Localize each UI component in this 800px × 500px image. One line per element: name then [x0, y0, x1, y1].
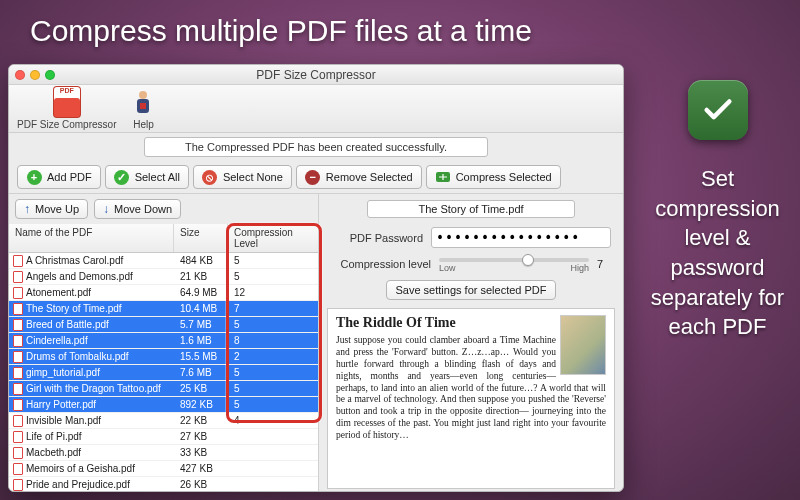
table-row[interactable]: Pride and Prejudice.pdf26 KB	[9, 477, 318, 492]
cell-size: 21 KB	[174, 271, 228, 282]
move-down-button[interactable]: ↓ Move Down	[94, 199, 181, 219]
table-row[interactable]: Atonement.pdf64.9 MB12	[9, 285, 318, 301]
plus-icon: +	[26, 169, 42, 185]
toolbar-app-item[interactable]: PDF Size Compressor	[17, 87, 116, 130]
minus-icon: −	[305, 169, 321, 185]
svg-rect-2	[140, 103, 146, 109]
select-none-label: Select None	[223, 171, 283, 183]
marketing-headline: Compress multiple PDF files at a time	[0, 0, 800, 58]
cell-level: 5	[228, 255, 318, 266]
cell-size: 15.5 MB	[174, 351, 228, 362]
save-settings-button[interactable]: Save settings for selected PDF	[386, 280, 555, 300]
cell-name: The Story of Time.pdf	[26, 303, 122, 314]
cell-level: 12	[228, 287, 318, 298]
cell-size: 27 KB	[174, 431, 228, 442]
cell-size: 22 KB	[174, 415, 228, 426]
prohibit-icon: ⦸	[202, 169, 218, 185]
password-input[interactable]	[431, 227, 611, 248]
pdf-file-icon	[13, 367, 23, 379]
window-titlebar: PDF Size Compressor	[9, 65, 623, 85]
arrow-up-icon: ↑	[24, 203, 30, 215]
check-icon: ✓	[114, 169, 130, 185]
app-window: PDF Size Compressor PDF Size Compressor …	[8, 64, 624, 492]
compress-selected-button[interactable]: Compress Selected	[426, 165, 561, 189]
compression-level-value: 7	[597, 258, 611, 270]
status-row: The Compressed PDF has been created succ…	[9, 133, 623, 161]
cell-name: Invisible Man.pdf	[26, 415, 101, 426]
cell-name: Harry Potter.pdf	[26, 399, 96, 410]
table-row[interactable]: Harry Potter.pdf892 KB5	[9, 397, 318, 413]
cell-level: 5	[228, 367, 318, 378]
pdf-app-icon	[54, 87, 80, 117]
table-row[interactable]: The Story of Time.pdf10.4 MB7	[9, 301, 318, 317]
table-row[interactable]: Breed of Battle.pdf5.7 MB5	[9, 317, 318, 333]
cell-size: 33 KB	[174, 447, 228, 458]
table-row[interactable]: Drums of Tombalku.pdf15.5 MB2	[9, 349, 318, 365]
slider-high-label: High	[570, 263, 589, 273]
col-header-size[interactable]: Size	[174, 224, 228, 252]
compress-selected-label: Compress Selected	[456, 171, 552, 183]
toolbar-app-label: PDF Size Compressor	[17, 119, 116, 130]
marketing-side-panel: Set compression level & password separat…	[635, 80, 800, 342]
add-pdf-label: Add PDF	[47, 171, 92, 183]
cell-name: Atonement.pdf	[26, 287, 91, 298]
cell-name: Girl with the Dragon Tattoo.pdf	[26, 383, 161, 394]
toolbar-help-item[interactable]: Help	[130, 87, 156, 130]
cell-size: 7.6 MB	[174, 367, 228, 378]
compress-icon	[435, 169, 451, 185]
cell-size: 64.9 MB	[174, 287, 228, 298]
cell-size: 10.4 MB	[174, 303, 228, 314]
help-icon	[130, 87, 156, 117]
table-row[interactable]: Memoirs of a Geisha.pdf427 KB	[9, 461, 318, 477]
arrow-down-icon: ↓	[103, 203, 109, 215]
table-row[interactable]: Cinderella.pdf1.6 MB8	[9, 333, 318, 349]
save-settings-label: Save settings for selected PDF	[395, 284, 546, 296]
password-label: PDF Password	[331, 232, 423, 244]
cell-name: Angels and Demons.pdf	[26, 271, 133, 282]
check-badge-icon	[688, 80, 748, 140]
table-row[interactable]: Invisible Man.pdf22 KB4	[9, 413, 318, 429]
move-down-label: Move Down	[114, 203, 172, 215]
cell-name: Breed of Battle.pdf	[26, 319, 109, 330]
table-row[interactable]: Angels and Demons.pdf21 KB5	[9, 269, 318, 285]
pdf-file-icon	[13, 335, 23, 347]
pdf-file-icon	[13, 463, 23, 475]
pdf-file-icon	[13, 287, 23, 299]
table-row[interactable]: A Christmas Carol.pdf484 KB5	[9, 253, 318, 269]
cell-level: 5	[228, 319, 318, 330]
status-message: The Compressed PDF has been created succ…	[144, 137, 488, 157]
table-body[interactable]: A Christmas Carol.pdf484 KB5Angels and D…	[9, 253, 318, 492]
cell-size: 5.7 MB	[174, 319, 228, 330]
cell-name: Memoirs of a Geisha.pdf	[26, 463, 135, 474]
preview-image-icon	[560, 315, 606, 375]
add-pdf-button[interactable]: + Add PDF	[17, 165, 101, 189]
cell-name: Macbeth.pdf	[26, 447, 81, 458]
pdf-file-icon	[13, 383, 23, 395]
pdf-file-icon	[13, 271, 23, 283]
cell-size: 26 KB	[174, 479, 228, 490]
table-row[interactable]: Life of Pi.pdf27 KB	[9, 429, 318, 445]
toolbar-actions: + Add PDF ✓ Select All ⦸ Select None − R…	[9, 161, 623, 193]
remove-selected-button[interactable]: − Remove Selected	[296, 165, 422, 189]
cell-name: gimp_tutorial.pdf	[26, 367, 100, 378]
table-row[interactable]: gimp_tutorial.pdf7.6 MB5	[9, 365, 318, 381]
col-header-level[interactable]: Compression Level	[228, 224, 318, 252]
marketing-side-text: Set compression level & password separat…	[635, 164, 800, 342]
compression-slider[interactable]: Low High	[439, 254, 589, 273]
cell-level: 4	[228, 415, 318, 426]
move-up-button[interactable]: ↑ Move Up	[15, 199, 88, 219]
select-all-button[interactable]: ✓ Select All	[105, 165, 189, 189]
cell-level: 7	[228, 303, 318, 314]
table-row[interactable]: Girl with the Dragon Tattoo.pdf25 KB5	[9, 381, 318, 397]
pdf-file-icon	[13, 479, 23, 491]
cell-size: 484 KB	[174, 255, 228, 266]
cell-level: 5	[228, 271, 318, 282]
cell-name: Pride and Prejudice.pdf	[26, 479, 130, 490]
table-row[interactable]: Macbeth.pdf33 KB	[9, 445, 318, 461]
cell-size: 427 KB	[174, 463, 228, 474]
cell-name: Cinderella.pdf	[26, 335, 88, 346]
cell-level: 5	[228, 399, 318, 410]
select-none-button[interactable]: ⦸ Select None	[193, 165, 292, 189]
cell-size: 892 KB	[174, 399, 228, 410]
col-header-name[interactable]: Name of the PDF	[9, 224, 174, 252]
